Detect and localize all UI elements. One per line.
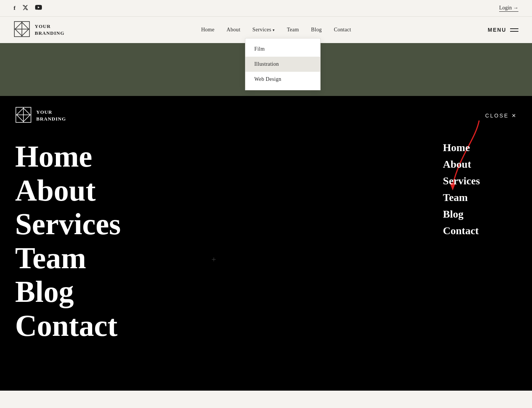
social-links: f — [14, 5, 42, 12]
logo-icon — [14, 21, 30, 39]
menu-logo: YOUR BRANDING — [15, 107, 66, 125]
dropdown-illustration[interactable]: Illustration — [245, 57, 320, 72]
big-nav-about[interactable]: About — [15, 174, 159, 208]
top-bar: f Login → — [0, 0, 532, 17]
close-label: CLOSE — [485, 113, 509, 119]
big-nav-services[interactable]: Services — [15, 207, 159, 241]
sec1-contact[interactable]: Contact — [443, 223, 532, 239]
main-nav: Home About Services ▾ Film Illustration … — [201, 27, 351, 33]
twitter-link[interactable] — [22, 5, 28, 12]
menu-label: MENU — [488, 27, 506, 33]
services-dropdown: Film Illustration Web Design — [245, 38, 321, 90]
nav-about[interactable]: About — [227, 27, 241, 33]
big-nav-contact[interactable]: Contact — [15, 309, 159, 343]
secondary-navs: Home About Services Team Blog Contact Ho… — [443, 136, 517, 376]
nav-team[interactable]: Team — [287, 27, 299, 33]
sec1-home[interactable]: Home — [443, 140, 532, 156]
login-link[interactable]: Login → — [499, 5, 518, 12]
nav-contact[interactable]: Contact — [334, 27, 351, 33]
sec1-about[interactable]: About — [443, 156, 532, 172]
nav-blog[interactable]: Blog — [311, 27, 322, 33]
fullscreen-menu-content: Home About Services Team Blog Contact + … — [0, 128, 532, 391]
facebook-link[interactable]: f — [14, 5, 15, 11]
big-nav-team[interactable]: Team — [15, 241, 159, 275]
big-nav: Home About Services Team Blog Contact — [15, 136, 159, 376]
fullscreen-menu-top: YOUR BRANDING CLOSE × — [0, 96, 532, 128]
menu-button[interactable]: MENU — [488, 27, 518, 33]
sec1-services[interactable]: Services — [443, 173, 532, 189]
plus-icon: + — [211, 255, 216, 264]
big-nav-home[interactable]: Home — [15, 140, 159, 174]
nav-services: Services ▾ Film Illustration Web Design — [253, 27, 275, 33]
dropdown-film[interactable]: Film — [245, 42, 320, 57]
close-x-icon: × — [512, 112, 517, 120]
menu-icon — [510, 28, 518, 32]
logo: YOUR BRANDING — [14, 21, 65, 39]
header: YOUR BRANDING Home About Services ▾ Film… — [0, 17, 532, 43]
youtube-link[interactable] — [35, 5, 42, 12]
sec1-team[interactable]: Team — [443, 190, 532, 206]
close-button[interactable]: CLOSE × — [485, 112, 517, 120]
nav-home[interactable]: Home — [201, 27, 214, 33]
logo-text: YOUR BRANDING — [35, 23, 65, 37]
dropdown-webdesign[interactable]: Web Design — [245, 72, 320, 87]
menu-logo-icon — [15, 107, 32, 125]
nav-services-link[interactable]: Services ▾ — [253, 27, 275, 33]
secondary-nav-1: Home About Services Team Blog Contact — [443, 140, 532, 376]
menu-logo-text: YOUR BRANDING — [36, 109, 66, 122]
sec1-blog[interactable]: Blog — [443, 206, 532, 222]
chevron-down-icon: ▾ — [273, 28, 274, 32]
fullscreen-menu: YOUR BRANDING CLOSE × Home About Service… — [0, 96, 532, 391]
big-nav-blog[interactable]: Blog — [15, 275, 159, 309]
